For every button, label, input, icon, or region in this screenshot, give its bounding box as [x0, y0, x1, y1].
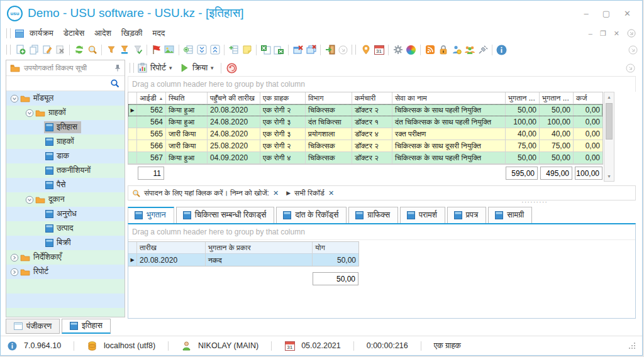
expand-toggle-icon[interactable] [10, 268, 19, 277]
color-theme-icon[interactable] [404, 44, 418, 56]
close-button[interactable]: ✕ [624, 9, 631, 18]
report-toolbar-more-icon[interactable] [625, 63, 636, 74]
undo-icon[interactable] [226, 63, 237, 74]
user-payment-icon[interactable] [450, 44, 463, 56]
menu-item-help[interactable]: मदद [148, 27, 170, 40]
column-header-department[interactable]: विभाग [306, 92, 352, 104]
column-header-total[interactable]: योग [313, 242, 358, 254]
menu-item-commands[interactable]: आदेश [89, 27, 116, 40]
tab-payments[interactable]: भुगतान [128, 207, 174, 223]
filter-saved-icon[interactable] [131, 44, 144, 56]
tree-item-modules[interactable]: मॉड्यूल [6, 91, 125, 106]
tab-materials[interactable]: सामग्री [488, 207, 532, 223]
tab-consultation[interactable]: परामर्श [400, 207, 445, 223]
tab-forms[interactable]: प्रपत्र [447, 207, 486, 223]
info-icon[interactable] [495, 44, 508, 56]
close-window-icon[interactable] [291, 44, 304, 56]
report-toolbar-grip[interactable] [130, 63, 134, 73]
vertical-scrollbar[interactable]: ▲ ▼ [604, 92, 614, 182]
note-icon[interactable] [240, 44, 253, 56]
tree-item-money[interactable]: पैसे [6, 178, 125, 192]
report-dropdown-arrow[interactable]: ▼ [168, 65, 173, 71]
column-header-employee[interactable]: कर्मचारी [352, 92, 392, 104]
tree-item-mail[interactable]: डाक [6, 149, 125, 163]
new-record-icon[interactable] [14, 44, 27, 56]
menu-grip[interactable] [6, 28, 11, 38]
calendar-icon[interactable]: 31 [372, 44, 386, 56]
column-header-payment1[interactable]: भुगतान ... [506, 92, 540, 104]
expand-rows-icon[interactable] [195, 44, 208, 56]
column-header-client[interactable]: एक ग्राहक [260, 92, 306, 104]
import-excel-icon[interactable] [272, 44, 286, 56]
menu-overflow-icon[interactable] [627, 29, 636, 38]
column-header-payment2[interactable]: भुगतान ... [540, 92, 574, 104]
delete-record-icon[interactable] [53, 44, 67, 56]
column-header-debt[interactable]: कर्ज [574, 92, 602, 104]
group-by-band[interactable]: Drag a column header here to group by th… [128, 76, 636, 92]
clear-filter-icon[interactable]: ✕ [273, 189, 279, 197]
maximize-button[interactable]: ▢ [602, 9, 610, 18]
column-header-arrival-date[interactable]: पहुँचने की तारीख [208, 92, 260, 104]
resize-grip[interactable] [628, 341, 636, 351]
rss-icon[interactable] [423, 44, 436, 56]
copy-record-icon[interactable] [27, 44, 40, 56]
tree-item-sales[interactable]: बिक्री [6, 236, 125, 250]
action-dropdown-arrow[interactable]: ▼ [209, 65, 214, 71]
toolbar-overflow-icon[interactable] [336, 44, 350, 56]
sidebar-search-icon[interactable] [110, 79, 119, 88]
mdi-restore-button[interactable]: ❐ [600, 30, 606, 38]
tree-item-reports[interactable]: रिपोर्ट [6, 265, 125, 279]
toolbar-more-icon[interactable] [628, 45, 638, 55]
menu-item-window[interactable]: खिड़की [116, 27, 148, 40]
action-button[interactable]: क्रिया [192, 63, 208, 73]
collapse-toggle-icon[interactable] [25, 195, 34, 204]
tree-item-technicians[interactable]: तकनीशियनों [6, 163, 125, 178]
tab-graphics[interactable]: ग्राफिक्स [348, 207, 398, 223]
tree-item-requests[interactable]: अनुरोध [6, 207, 125, 221]
tree-item-history[interactable]: इतिहास [6, 120, 125, 135]
security-lock-icon[interactable] [436, 44, 450, 56]
menu-item-database[interactable]: डेटाबेस [58, 27, 89, 40]
add-column-icon[interactable] [227, 44, 240, 56]
toolbar-grip[interactable] [6, 45, 11, 55]
tree-item-clients[interactable]: ग्राहकों [6, 135, 125, 149]
scroll-down-arrow[interactable]: ▼ [604, 172, 614, 181]
close-all-windows-icon[interactable] [304, 44, 318, 56]
collapse-rows-icon[interactable] [208, 44, 221, 56]
tab-history-window[interactable]: इतिहास [62, 319, 111, 334]
flag-icon[interactable] [150, 44, 163, 56]
users-icon[interactable] [463, 44, 476, 56]
detail-group-by-band[interactable]: Drag a column header here to group by th… [128, 224, 635, 240]
tab-dental-records[interactable]: दांत के रिकॉर्ड्स [276, 207, 347, 223]
refresh-icon[interactable] [72, 44, 86, 56]
tab-medical-records[interactable]: चिकित्सा सम्बन्धी रिकार्ड्स [176, 207, 275, 223]
collapse-toggle-icon[interactable] [10, 94, 19, 103]
column-header-id[interactable]: आईडी▲ [137, 92, 166, 104]
tree-item-directories[interactable]: निर्देशिकाएँ [6, 250, 125, 265]
filter-active-icon[interactable] [118, 44, 131, 56]
table-row[interactable]: 566जारी किया25.08.2020एक रोगी २चिकित्सकड… [128, 140, 602, 152]
scrollbar-thumb[interactable] [606, 103, 613, 140]
group-column-icon[interactable] [182, 44, 195, 56]
column-header-date[interactable]: तारीख [137, 242, 206, 254]
pin-icon[interactable] [114, 64, 121, 72]
column-header-service[interactable]: सेवा का नाम [392, 92, 506, 104]
sidebar-search[interactable] [6, 76, 125, 91]
table-row[interactable]: ▶ 562किया हुआ20.08.2020एक रोगी २चिकित्सक… [128, 104, 602, 116]
tab-registration[interactable]: पंजीकरण [6, 319, 60, 334]
column-header-payment-type[interactable]: भुगतान के प्रकार [206, 242, 313, 254]
search-icon[interactable] [86, 44, 99, 56]
table-row[interactable]: 565जारी किया24.08.2020एक रोगी ३प्रयोगशाल… [128, 128, 602, 140]
table-row[interactable]: 567किया हुआ04.09.2020एक रोगी ४चिकित्सकडॉ… [128, 152, 602, 164]
filter-bar[interactable]: संपादन के लिए यहां क्लिक करें। निम्न को … [128, 185, 636, 200]
detail-row[interactable]: ▶ 20.08.2020 नकद 50,00 [128, 254, 358, 266]
expand-toggle-icon[interactable] [10, 253, 19, 262]
tree-item-clients-folder[interactable]: ग्राहकों [6, 106, 125, 120]
column-header-status[interactable]: स्थिति [166, 92, 208, 104]
mdi-close-button[interactable]: ✕ [614, 30, 619, 38]
minimize-button[interactable]: – [584, 9, 589, 18]
scroll-up-arrow[interactable]: ▲ [604, 92, 614, 102]
report-button[interactable]: रिपोर्ट [150, 63, 166, 73]
mdi-minimize-button[interactable]: – [589, 30, 592, 37]
filter-edit-hint[interactable]: संपादन के लिए यहां क्लिक करें। निम्न को … [144, 189, 269, 197]
